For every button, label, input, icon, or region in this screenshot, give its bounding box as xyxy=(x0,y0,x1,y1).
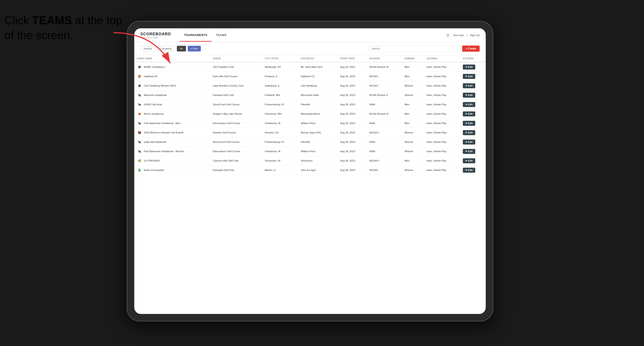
cell-scoring: team, Stroke Play xyxy=(424,72,460,81)
cell-division: NAIA xyxy=(367,119,402,128)
cell-actions: ✏ Edit xyxy=(460,81,486,90)
cell-venue: StoneCrest Golf Course xyxy=(210,100,262,109)
edit-button[interactable]: ✏ Edit xyxy=(463,93,475,98)
tab-teams[interactable]: TEAMS xyxy=(212,29,231,42)
cell-gender: Men xyxy=(402,156,424,166)
header-signout[interactable]: Sign out xyxy=(470,34,480,37)
cell-start-date: Aug 28, 2023 xyxy=(338,147,367,156)
cell-actions: ✏ Edit xyxy=(460,137,486,147)
cell-gender: Women xyxy=(402,81,424,90)
cell-hosted-by: Murray State (OK) xyxy=(298,128,338,137)
col-start-date: START DATE xyxy=(338,55,367,62)
table-container: EVENT NAME VENUE CITY, STATE HOSTED BY S… xyxy=(134,55,486,314)
cell-gender: Women xyxy=(402,166,424,175)
cell-city-state: Freeport, IL xyxy=(262,72,298,81)
cell-division: NICAA I xyxy=(367,81,402,90)
cell-scoring: team, Stroke Play xyxy=(424,62,460,72)
cell-division: NAIA xyxy=(367,137,402,147)
cell-division: NCAA Division III xyxy=(367,109,402,119)
team-logo: 🐂 xyxy=(137,92,142,98)
edit-button[interactable]: ✏ Edit xyxy=(463,111,475,116)
search-input[interactable] xyxy=(369,45,460,52)
cell-scoring: team, Stroke Play xyxy=(424,100,460,109)
filter-button[interactable]: ≡ Filter xyxy=(188,46,201,51)
cell-scoring: team, Stroke Play xyxy=(424,109,460,119)
col-scoring: SCORING xyxy=(424,55,460,62)
edit-button[interactable]: ✏ Edit xyxy=(463,168,475,173)
cell-venue: Lake Bracken Country Club xyxy=(210,81,262,90)
cell-scoring: team, Stroke Play xyxy=(424,81,460,90)
cell-actions: ✏ Edit xyxy=(460,128,486,137)
table-row: 🐂 Maverick Invitational Faribault Golf C… xyxy=(134,90,486,100)
cell-hosted-by: William Penn xyxy=(298,147,338,156)
cell-venue: Cypress Hills Golf Club xyxy=(210,156,262,166)
cell-gender: Women xyxy=(402,90,424,100)
edit-button[interactable]: ✏ Edit xyxy=(463,158,475,163)
cell-actions: ✏ Edit xyxy=(460,156,486,166)
col-gender: GENDER xyxy=(402,55,424,62)
cell-venue: Ruttger's Bay Lake Resort xyxy=(210,109,262,119)
table-row: 🌿 VU PREVIEW Cypress Hills Golf Club Vin… xyxy=(134,156,486,166)
cell-event-name: 🐂 Maverick Invitational xyxy=(134,90,210,100)
cell-city-state: Prestonsburg, KY xyxy=(262,137,298,147)
cell-actions: ✏ Edit xyxy=(460,100,486,109)
header-separator: | xyxy=(467,34,468,37)
team-logo: 🐉 xyxy=(137,168,142,173)
table-row: 🐂 Fall Statesmen Invitational - Women Ed… xyxy=(134,147,486,156)
edit-button[interactable]: ✏ Edit xyxy=(463,130,475,135)
cell-hosted-by: Vincennes xyxy=(298,156,338,166)
cell-gender: Men xyxy=(402,119,424,128)
edit-button[interactable]: ✏ Edit xyxy=(463,102,475,107)
cell-gender: Women xyxy=(402,147,424,156)
cell-event-name: 🌿 VU PREVIEW xyxy=(134,156,210,166)
cell-hosted-by: Pikeville xyxy=(298,137,338,147)
cell-event-name: 🦊 Morris Invitational xyxy=(134,109,210,119)
team-logo: 🐂 xyxy=(137,149,142,154)
settings-icon[interactable]: ⚙ xyxy=(446,33,450,38)
event-name-text: 2023 Women's Hesston Fall Kickoff xyxy=(144,131,184,134)
tab-tournaments[interactable]: TOURNAMENTS xyxy=(180,29,212,42)
create-button[interactable]: + Create xyxy=(462,46,480,52)
col-actions: ACTIONS xyxy=(460,55,486,62)
edit-button[interactable]: ✏ Edit xyxy=(463,83,475,88)
cell-actions: ✏ Edit xyxy=(460,119,486,128)
edit-button[interactable]: ✏ Edit xyxy=(463,149,475,154)
team-logo: 🐂 xyxy=(137,102,142,107)
cell-city-state: Deerwood, MN xyxy=(262,109,298,119)
edit-button[interactable]: ✏ Edit xyxy=(463,121,475,126)
team-logo: 🦁 xyxy=(137,74,142,79)
team-logo: 🐂 xyxy=(137,121,142,126)
edit-button[interactable]: ✏ Edit xyxy=(463,65,475,70)
cell-start-date: Aug 28, 2023 xyxy=(338,137,367,147)
cell-actions: ✏ Edit xyxy=(460,90,486,100)
table-row: 🐻 2023 Women's Hesston Fall Kickoff Hess… xyxy=(134,128,486,137)
cell-division: NICAA II xyxy=(367,156,402,166)
cell-gender: Men xyxy=(402,100,424,109)
event-name-text: Carl Sandburg Women FA23 xyxy=(144,84,176,87)
table-row: 🐂 UPKE Fall Invite StoneCrest Golf Cours… xyxy=(134,100,486,109)
cell-venue: Faribault Golf Club xyxy=(210,90,262,100)
teams-bold: TEAMS xyxy=(32,14,72,27)
team-logo: 🎓 xyxy=(137,83,142,88)
cell-city-state: Newburgh, NY xyxy=(262,62,298,72)
cell-city-state: Vincennes, IN xyxy=(262,156,298,166)
cell-scoring: team, Stroke Play xyxy=(424,156,460,166)
cell-start-date: Aug 28, 2023 xyxy=(338,100,367,109)
cell-venue: Hesston Golf Course xyxy=(210,128,262,137)
cell-venue: StoneCrest Golf Course xyxy=(210,137,262,147)
cell-scoring: team, Stroke Play xyxy=(424,90,460,100)
cell-city-state: Oskaloosa, IA xyxy=(262,119,298,128)
cell-venue: Edmundson Golf Course xyxy=(210,147,262,156)
cell-gender: Women xyxy=(402,137,424,147)
app-header: SCOREBOARD Powered by clippit TOURNAMENT… xyxy=(134,28,486,42)
cell-scoring: team, Stroke Play xyxy=(424,137,460,147)
cell-start-date: Aug 28, 2023 xyxy=(338,119,367,128)
team-logo: 🐻 xyxy=(137,130,142,135)
tablet-screen: SCOREBOARD Powered by clippit TOURNAMENT… xyxy=(134,28,486,314)
cell-venue: Edmundson Golf Course xyxy=(210,119,262,128)
edit-button[interactable]: ✏ Edit xyxy=(463,140,475,145)
col-city-state: CITY, STATE xyxy=(262,55,298,62)
toolbar: Hosting Competing All ≡ Filter + Create xyxy=(134,42,486,55)
team-logo: 🐂 xyxy=(137,139,142,145)
edit-button[interactable]: ✏ Edit xyxy=(463,74,475,79)
